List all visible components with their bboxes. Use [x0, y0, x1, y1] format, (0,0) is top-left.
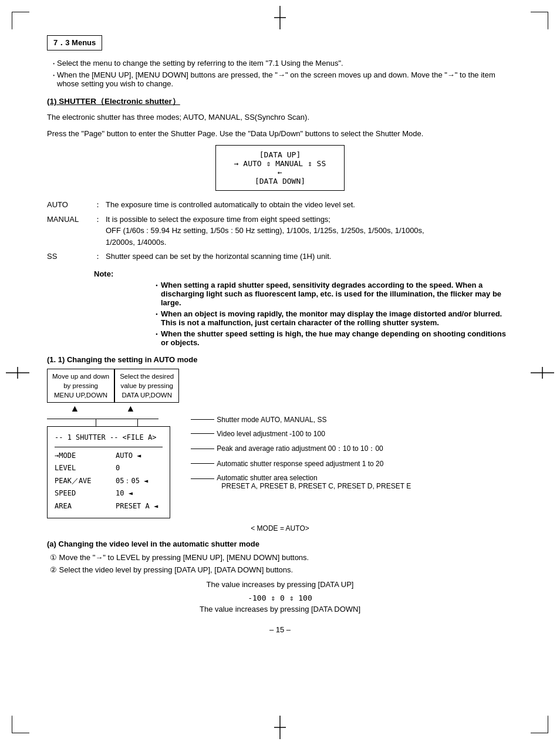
shutter-title: (1) SHUTTER（Electronic shutter）	[47, 96, 513, 107]
note-label: Note:	[94, 269, 513, 278]
ann-text-1: Shutter mode AUTO, MANUAL, SS	[217, 416, 326, 424]
ann-row-2: Video level adjustment -100 to 100	[191, 430, 513, 438]
diagram-top-area: Move up and down by pressing MENU UP,DOW…	[47, 369, 513, 518]
mode-caption: < MODE = AUTO>	[47, 524, 513, 532]
screen-value-peak: 05：05 ◄	[116, 475, 148, 488]
def-term-auto: AUTO	[47, 199, 94, 211]
screen-row-speed: SPEED 10 ◄	[55, 487, 163, 500]
ann-row-4: Automatic shutter response speed adjustm…	[191, 460, 513, 468]
screen-row-area: AREA PRESET A ◄	[55, 500, 163, 513]
screen-label-mode: →MODE	[55, 450, 113, 463]
step-1-text: ① Move the "→" to LEVEL by pressing [MEN…	[50, 553, 513, 562]
ann-text-5: Automatic shutter area selection PRESET …	[217, 474, 411, 490]
ann-line-3	[191, 449, 214, 449]
screen-row-level: LEVEL 0	[55, 462, 163, 475]
shutter-intro1: The electronic shutter has three modes; …	[47, 112, 513, 123]
screen-label-area: AREA	[55, 500, 113, 513]
auto-mode-section: (1. 1) Changing the setting in AUTO mode…	[47, 355, 513, 613]
step-list: ① Move the "→" to LEVEL by pressing [MEN…	[47, 553, 513, 574]
screen-label-peak: PEAK／AVE	[55, 475, 113, 488]
def-desc-manual: It is possible to select the exposure ti…	[106, 214, 513, 248]
arrow-down-2: ▲	[103, 403, 158, 414]
def-row-manual: MANUAL ： It is possible to select the ex…	[47, 214, 513, 248]
shutter-mode-diagram: [DATA UP] → AUTO ⇕ MANUAL ⇕ SS ← [DATA D…	[215, 145, 345, 191]
notes-section: Note: When setting a rapid shutter speed…	[94, 269, 513, 347]
ann-text-4: Automatic shutter response speed adjustm…	[217, 460, 383, 468]
definitions-list: AUTO ： The exposure time is controlled a…	[47, 199, 513, 262]
ann-row-3: Peak and average ratio adjustment 00：10 …	[191, 444, 513, 454]
arrow-down-1: ▲	[47, 403, 103, 414]
screen-value-level: 0	[116, 462, 120, 475]
value-down-caption: The value increases by pressing [DATA DO…	[47, 605, 513, 613]
screen-label-speed: SPEED	[55, 487, 113, 500]
ann-line-5	[191, 478, 214, 479]
vert-connector-lines	[47, 419, 158, 426]
note-1: When setting a rapid shutter speed, sens…	[153, 281, 513, 307]
def-desc-ss: Shutter speed can be set by the horizont…	[106, 251, 513, 262]
sub-a-title: (a) Changing the video level in the auto…	[47, 540, 513, 548]
annotations-panel: Shutter mode AUTO, MANUAL, SS Video leve…	[191, 369, 513, 496]
instr-boxes-row: Move up and down by pressing MENU UP,DOW…	[47, 369, 179, 403]
shutter-intro2: Press the "Page" button to enter the Shu…	[47, 128, 513, 140]
diagram-middle: → AUTO ⇕ MANUAL ⇕ SS ←	[234, 159, 326, 177]
bullet-1: Select the menu to change the setting by…	[50, 59, 513, 68]
screen-row-mode: →MODE AUTO ◄	[55, 450, 163, 463]
note-2: When an object is moving rapidly, the mo…	[153, 309, 513, 327]
ann-row-1: Shutter mode AUTO, MANUAL, SS	[191, 416, 513, 424]
def-colon-manual: ：	[94, 214, 106, 248]
note-3: When the shutter speed setting is high, …	[153, 329, 513, 347]
screen-row-peak: PEAK／AVE 05：05 ◄	[55, 475, 163, 488]
screen-title: -- 1 SHUTTER -- <FILE A>	[55, 432, 163, 447]
vert-line-1	[96, 419, 96, 426]
vert-line-2	[137, 419, 138, 426]
step-1: ① Move the "→" to LEVEL by pressing [MEN…	[50, 553, 513, 562]
diagram-top-label: [DATA UP]	[234, 150, 326, 159]
ann-line-1	[191, 419, 214, 420]
intro-bullets: Select the menu to change the setting by…	[47, 59, 513, 88]
ann-row-5: Automatic shutter area selection PRESET …	[191, 474, 513, 490]
screen-value-mode: AUTO ◄	[116, 450, 141, 463]
ann-text-2: Video level adjustment -100 to 100	[217, 430, 325, 438]
screen-value-speed: 10 ◄	[116, 487, 133, 500]
sub-a-section: (a) Changing the video level in the auto…	[47, 540, 513, 613]
def-row-auto: AUTO ： The exposure time is controlled a…	[47, 199, 513, 211]
page-content: 7．3 Menus Select the menu to change the …	[0, 0, 560, 745]
def-colon-ss: ：	[94, 251, 106, 262]
screen-display: -- 1 SHUTTER -- <FILE A> →MODE AUTO ◄ LE…	[47, 426, 170, 518]
instr-box-menu: Move up and down by pressing MENU UP,DOW…	[47, 369, 114, 403]
value-up-caption: The value increases by pressing [DATA UP…	[47, 580, 513, 589]
value-diagram: -100 ⇕ 0 ⇕ 100	[47, 594, 513, 602]
instr-box-data: Select the desired value by pressing DAT…	[114, 369, 179, 403]
ann-line-4	[191, 463, 214, 464]
ann-text-3: Peak and average ratio adjustment 00：10 …	[217, 444, 383, 454]
def-colon-auto: ：	[94, 199, 106, 211]
section-header: 7．3 Menus	[47, 35, 102, 50]
step-2-text: ② Select the video level by pressing [DA…	[50, 565, 513, 574]
def-row-ss: SS ： Shutter speed can be set by the hor…	[47, 251, 513, 262]
def-term-ss: SS	[47, 251, 94, 262]
page-number: – 15 –	[47, 625, 513, 634]
screen-value-area: PRESET A ◄	[116, 500, 158, 513]
diagram-bottom-label: [DATA DOWN]	[234, 177, 326, 186]
arrows-down: ▲ ▲	[47, 403, 158, 414]
instruction-boxes-area: Move up and down by pressing MENU UP,DOW…	[47, 369, 179, 518]
screen-label-level: LEVEL	[55, 462, 113, 475]
ann-line-2	[191, 433, 214, 434]
def-desc-auto: The exposure time is controlled automati…	[106, 199, 513, 211]
step-2: ② Select the video level by pressing [DA…	[50, 565, 513, 574]
bullet-2: When the [MENU UP], [MENU DOWN] buttons …	[50, 70, 513, 88]
def-term-manual: MANUAL	[47, 214, 94, 248]
auto-mode-title: (1. 1) Changing the setting in AUTO mode	[47, 355, 513, 364]
connector-lines	[47, 414, 158, 419]
auto-mode-diagram: Move up and down by pressing MENU UP,DOW…	[47, 369, 513, 518]
